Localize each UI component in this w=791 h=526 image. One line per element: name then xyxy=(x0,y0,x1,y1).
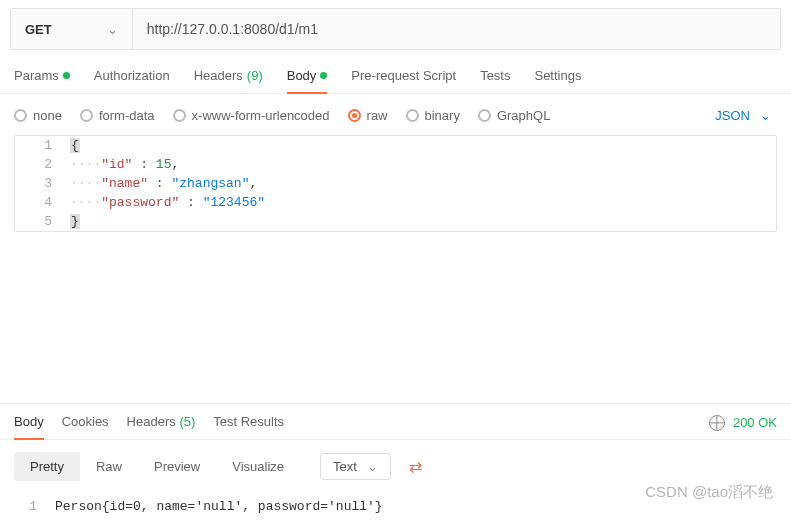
radio-raw[interactable]: raw xyxy=(348,108,388,123)
radio-xwww[interactable]: x-www-form-urlencoded xyxy=(173,108,330,123)
json-value: "zhangsan" xyxy=(171,176,249,191)
dot-icon xyxy=(320,72,327,79)
response-headers-count: (5) xyxy=(179,414,195,429)
tab-prerequest[interactable]: Pre-request Script xyxy=(351,68,456,93)
tab-settings[interactable]: Settings xyxy=(534,68,581,93)
response-tab-body[interactable]: Body xyxy=(14,414,44,439)
tab-headers-label: Headers xyxy=(194,68,243,83)
chevron-down-icon: ⌄ xyxy=(760,108,771,123)
tab-params[interactable]: Params xyxy=(14,68,70,93)
dot-icon xyxy=(63,72,70,79)
response-status: 200 OK xyxy=(709,415,777,439)
radio-icon xyxy=(406,109,419,122)
line-number: 3 xyxy=(15,174,70,193)
response-panel: Body Cookies Headers (5) Test Results 20… xyxy=(0,403,791,526)
radio-formdata-label: form-data xyxy=(99,108,155,123)
editor-content: 1{ 2····"id" : 15, 3····"name" : "zhangs… xyxy=(15,136,776,231)
headers-count: (9) xyxy=(247,68,263,83)
view-visualize-button[interactable]: Visualize xyxy=(216,452,300,481)
wrap-lines-icon[interactable]: ⇄ xyxy=(409,457,422,476)
response-line-number: 1 xyxy=(0,497,55,516)
tab-params-label: Params xyxy=(14,68,59,83)
json-key: "name" xyxy=(101,176,148,191)
brace-close: } xyxy=(70,214,80,229)
json-value: "123456" xyxy=(203,195,265,210)
response-headers-label: Headers xyxy=(127,414,176,429)
radio-graphql-label: GraphQL xyxy=(497,108,550,123)
response-tab-headers[interactable]: Headers (5) xyxy=(127,414,196,439)
radio-none-label: none xyxy=(33,108,62,123)
radio-none[interactable]: none xyxy=(14,108,62,123)
brace-open: { xyxy=(70,138,80,153)
tab-body[interactable]: Body xyxy=(287,68,328,93)
radio-icon xyxy=(173,109,186,122)
status-code[interactable]: 200 OK xyxy=(733,415,777,430)
response-tabs: Body Cookies Headers (5) Test Results 20… xyxy=(0,404,791,440)
response-toolbar: Pretty Raw Preview Visualize Text ⌄ ⇄ xyxy=(0,440,791,493)
json-value: 15 xyxy=(156,157,172,172)
line-number: 4 xyxy=(15,193,70,212)
response-body-viewer[interactable]: 1 Person{id=0, name='null', password='nu… xyxy=(0,493,791,526)
http-method-label: GET xyxy=(25,22,52,37)
line-number: 5 xyxy=(15,212,70,231)
chevron-down-icon: ⌄ xyxy=(367,459,378,474)
view-pretty-button[interactable]: Pretty xyxy=(14,452,80,481)
body-format-label: JSON xyxy=(715,108,750,123)
response-format-select[interactable]: Text ⌄ xyxy=(320,453,391,480)
radio-icon xyxy=(80,109,93,122)
response-tab-test-results[interactable]: Test Results xyxy=(213,414,284,439)
view-raw-button[interactable]: Raw xyxy=(80,452,138,481)
json-key: "password" xyxy=(101,195,179,210)
radio-form-data[interactable]: form-data xyxy=(80,108,155,123)
radio-icon xyxy=(14,109,27,122)
response-tab-cookies[interactable]: Cookies xyxy=(62,414,109,439)
globe-icon[interactable] xyxy=(709,415,725,431)
view-preview-button[interactable]: Preview xyxy=(138,452,216,481)
radio-graphql[interactable]: GraphQL xyxy=(478,108,550,123)
tab-headers[interactable]: Headers (9) xyxy=(194,68,263,93)
radio-raw-label: raw xyxy=(367,108,388,123)
request-body-editor[interactable]: 1{ 2····"id" : 15, 3····"name" : "zhangs… xyxy=(14,135,777,232)
chevron-down-icon: ⌄ xyxy=(107,22,118,37)
response-body-text: Person{id=0, name='null', password='null… xyxy=(55,497,791,516)
json-key: "id" xyxy=(101,157,132,172)
radio-binary[interactable]: binary xyxy=(406,108,460,123)
tab-body-label: Body xyxy=(287,68,317,83)
url-input[interactable] xyxy=(133,9,780,49)
line-number: 1 xyxy=(15,136,70,155)
radio-checked-icon xyxy=(348,109,361,122)
request-url-bar: GET ⌄ xyxy=(10,8,781,50)
radio-xwww-label: x-www-form-urlencoded xyxy=(192,108,330,123)
line-number: 2 xyxy=(15,155,70,174)
response-format-label: Text xyxy=(333,459,357,474)
body-type-row: none form-data x-www-form-urlencoded raw… xyxy=(0,94,791,135)
tab-authorization[interactable]: Authorization xyxy=(94,68,170,93)
request-tabs: Params Authorization Headers (9) Body Pr… xyxy=(0,50,791,94)
radio-binary-label: binary xyxy=(425,108,460,123)
radio-icon xyxy=(478,109,491,122)
tab-tests[interactable]: Tests xyxy=(480,68,510,93)
http-method-select[interactable]: GET ⌄ xyxy=(11,9,133,49)
view-mode-segment: Pretty Raw Preview Visualize xyxy=(14,452,300,481)
body-format-select[interactable]: JSON⌄ xyxy=(715,108,777,123)
